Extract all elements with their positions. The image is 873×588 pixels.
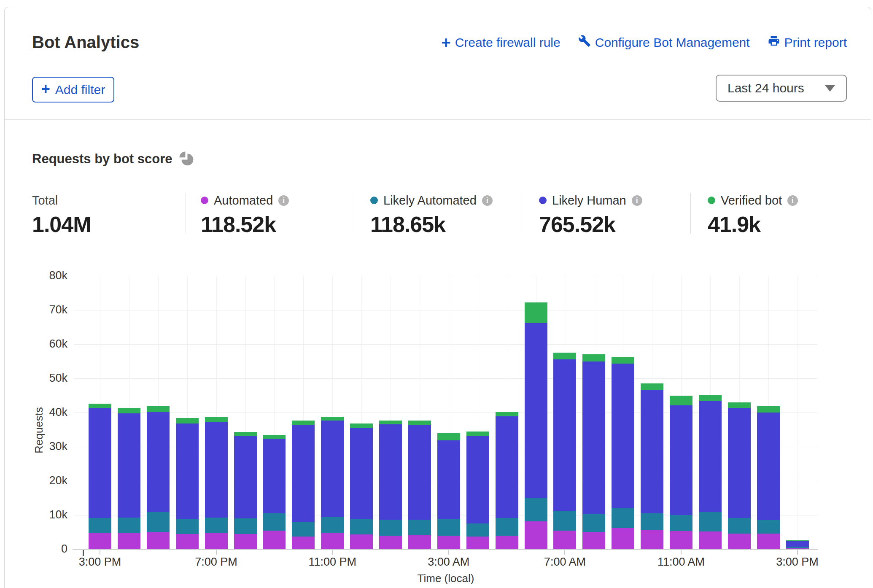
bar-8:00 PM[interactable] bbox=[234, 432, 257, 549]
bar-12:00 PM[interactable] bbox=[699, 395, 722, 549]
bar-1:00 PM[interactable] bbox=[728, 402, 751, 549]
bar-segment-automated[interactable] bbox=[89, 533, 111, 549]
bar-3:00 AM[interactable] bbox=[437, 433, 460, 549]
bar-segment-verified-bot[interactable] bbox=[582, 354, 605, 361]
bar-segment-likely-human[interactable] bbox=[612, 364, 634, 508]
bar-segment-automated[interactable] bbox=[786, 548, 809, 549]
bar-6:00 AM[interactable] bbox=[525, 302, 547, 549]
bar-11:00 AM[interactable] bbox=[670, 396, 692, 549]
bar-4:00 AM[interactable] bbox=[466, 432, 489, 549]
bar-segment-verified-bot[interactable] bbox=[670, 396, 692, 405]
bar-segment-likely-automated[interactable] bbox=[641, 513, 663, 530]
bar-segment-likely-human[interactable] bbox=[786, 541, 809, 547]
bar-segment-automated[interactable] bbox=[437, 536, 460, 549]
bar-segment-likely-human[interactable] bbox=[379, 424, 402, 519]
bar-segment-likely-automated[interactable] bbox=[437, 519, 460, 536]
bar-segment-verified-bot[interactable] bbox=[350, 423, 373, 428]
bar-segment-automated[interactable] bbox=[670, 531, 692, 549]
bar-5:00 AM[interactable] bbox=[496, 412, 518, 549]
bar-segment-likely-human[interactable] bbox=[234, 436, 257, 518]
bar-segment-verified-bot[interactable] bbox=[205, 417, 228, 423]
bar-segment-likely-automated[interactable] bbox=[525, 498, 547, 521]
bar-segment-verified-bot[interactable] bbox=[292, 421, 315, 425]
bar-segment-likely-automated[interactable] bbox=[205, 518, 228, 533]
bar-segment-likely-human[interactable] bbox=[525, 323, 547, 498]
bar-segment-likely-human[interactable] bbox=[496, 416, 518, 518]
bar-segment-likely-automated[interactable] bbox=[350, 519, 373, 534]
bar-segment-likely-human[interactable] bbox=[147, 412, 170, 512]
bar-9:00 PM[interactable] bbox=[263, 435, 286, 549]
bar-segment-automated[interactable] bbox=[263, 531, 286, 549]
bar-segment-likely-human[interactable] bbox=[263, 439, 286, 513]
bar-segment-likely-human[interactable] bbox=[292, 425, 315, 522]
bar-segment-verified-bot[interactable] bbox=[118, 408, 140, 413]
bar-segment-likely-human[interactable] bbox=[553, 359, 576, 511]
info-icon[interactable]: i bbox=[482, 195, 493, 206]
bar-segment-automated[interactable] bbox=[641, 530, 663, 549]
bar-segment-verified-bot[interactable] bbox=[525, 302, 547, 323]
bar-segment-likely-automated[interactable] bbox=[670, 515, 692, 531]
bar-segment-automated[interactable] bbox=[118, 533, 140, 549]
bar-segment-automated[interactable] bbox=[525, 521, 547, 549]
bar-segment-likely-human[interactable] bbox=[582, 361, 605, 514]
bar-segment-likely-automated[interactable] bbox=[408, 520, 431, 535]
bar-segment-automated[interactable] bbox=[408, 535, 431, 549]
bar-segment-likely-automated[interactable] bbox=[582, 514, 605, 532]
bar-segment-likely-automated[interactable] bbox=[757, 520, 780, 534]
bar-segment-verified-bot[interactable] bbox=[641, 383, 663, 390]
bar-segment-automated[interactable] bbox=[728, 534, 751, 549]
bar-segment-likely-automated[interactable] bbox=[321, 517, 344, 533]
bar-segment-verified-bot[interactable] bbox=[757, 406, 780, 413]
bar-segment-automated[interactable] bbox=[234, 534, 257, 549]
info-icon[interactable]: i bbox=[632, 195, 642, 206]
bar-segment-likely-automated[interactable] bbox=[292, 522, 315, 537]
bar-segment-likely-automated[interactable] bbox=[496, 518, 518, 536]
bar-12:00 AM[interactable] bbox=[350, 423, 373, 549]
bar-segment-likely-human[interactable] bbox=[670, 405, 692, 515]
bar-segment-verified-bot[interactable] bbox=[263, 435, 286, 439]
bar-segment-automated[interactable] bbox=[612, 528, 634, 549]
bar-segment-verified-bot[interactable] bbox=[699, 395, 722, 401]
bar-1:00 AM[interactable] bbox=[379, 421, 402, 549]
bar-segment-likely-human[interactable] bbox=[176, 423, 199, 519]
bar-segment-verified-bot[interactable] bbox=[437, 433, 460, 440]
bar-segment-likely-human[interactable] bbox=[118, 413, 140, 518]
bar-segment-verified-bot[interactable] bbox=[89, 404, 111, 408]
bar-3:00 PM[interactable] bbox=[89, 404, 111, 549]
bar-segment-verified-bot[interactable] bbox=[612, 357, 634, 364]
bar-segment-likely-automated[interactable] bbox=[379, 520, 402, 536]
configure-bot-management-link[interactable]: Configure Bot Management bbox=[578, 35, 750, 50]
bar-2:00 PM[interactable] bbox=[757, 406, 780, 549]
bar-segment-verified-bot[interactable] bbox=[496, 412, 518, 416]
bar-segment-likely-automated[interactable] bbox=[263, 513, 286, 531]
bar-segment-verified-bot[interactable] bbox=[379, 421, 402, 424]
bar-segment-verified-bot[interactable] bbox=[321, 417, 344, 421]
bar-2:00 AM[interactable] bbox=[408, 421, 431, 549]
bar-segment-likely-human[interactable] bbox=[205, 422, 228, 518]
bar-segment-verified-bot[interactable] bbox=[408, 421, 431, 425]
bar-segment-automated[interactable] bbox=[176, 534, 199, 549]
bar-segment-automated[interactable] bbox=[466, 537, 489, 549]
bar-segment-automated[interactable] bbox=[757, 534, 780, 549]
bar-segment-likely-human[interactable] bbox=[699, 401, 722, 512]
time-range-dropdown[interactable]: Last 24 hours bbox=[716, 75, 847, 102]
bar-segment-likely-automated[interactable] bbox=[699, 512, 722, 531]
bar-segment-likely-human[interactable] bbox=[408, 425, 431, 520]
bar-4:00 PM[interactable] bbox=[118, 408, 140, 549]
info-icon[interactable]: i bbox=[787, 195, 798, 206]
bar-segment-likely-automated[interactable] bbox=[89, 518, 111, 533]
bar-segment-verified-bot[interactable] bbox=[553, 353, 576, 359]
bar-segment-automated[interactable] bbox=[205, 533, 228, 549]
bar-segment-verified-bot[interactable] bbox=[147, 406, 170, 412]
bar-segment-verified-bot[interactable] bbox=[466, 432, 489, 436]
bar-10:00 AM[interactable] bbox=[641, 383, 663, 549]
bar-segment-likely-automated[interactable] bbox=[728, 518, 751, 533]
bar-segment-verified-bot[interactable] bbox=[234, 432, 257, 436]
bar-segment-likely-human[interactable] bbox=[728, 408, 751, 518]
bar-6:00 PM[interactable] bbox=[176, 418, 199, 549]
bar-segment-likely-automated[interactable] bbox=[176, 519, 199, 534]
bar-8:00 AM[interactable] bbox=[582, 354, 605, 549]
bar-segment-likely-human[interactable] bbox=[437, 440, 460, 519]
bar-segment-likely-automated[interactable] bbox=[612, 508, 634, 528]
bar-5:00 PM[interactable] bbox=[147, 406, 170, 549]
